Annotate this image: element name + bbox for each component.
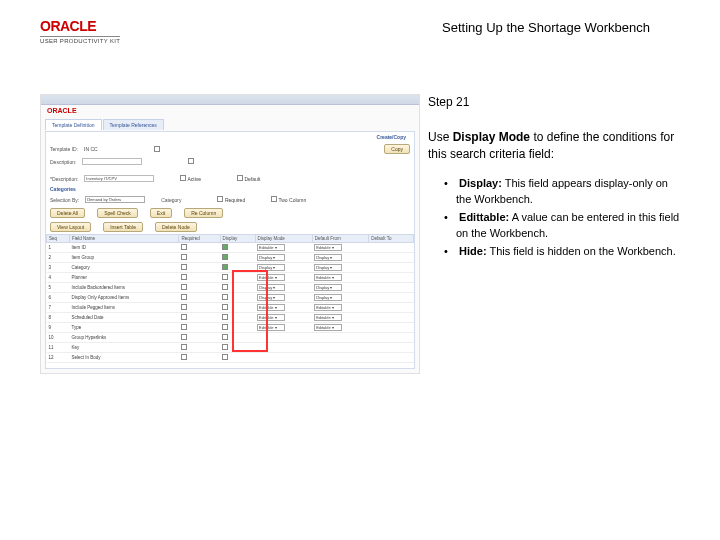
active-check[interactable]: [180, 175, 186, 181]
fields-table: SeqField NameRequiredDisplayDisplay Mode…: [46, 234, 414, 363]
required-label: Required: [225, 197, 245, 203]
col-header: Required: [179, 235, 220, 243]
check-icon[interactable]: [222, 324, 228, 330]
intro-pre: Use: [428, 130, 453, 144]
check-icon[interactable]: [222, 344, 228, 350]
col-header: Display Mode: [255, 235, 312, 243]
tab-template-definition[interactable]: Template Definition: [45, 119, 102, 130]
two-column-label: Two Column: [278, 197, 306, 203]
check-icon[interactable]: [222, 274, 228, 280]
copy-radio[interactable]: [154, 146, 160, 152]
copy-radio-2[interactable]: [188, 158, 194, 164]
check-icon[interactable]: [181, 254, 187, 260]
descr2-label: *Description:: [50, 176, 78, 182]
check-icon[interactable]: [222, 264, 228, 270]
template-id-label: Template ID:: [50, 146, 78, 152]
delete-all-button[interactable]: Delete All: [50, 208, 85, 218]
app-titlebar: [41, 95, 419, 105]
check-icon[interactable]: [222, 284, 228, 290]
mode-select[interactable]: Display ▾: [257, 254, 285, 261]
check-icon[interactable]: [181, 314, 187, 320]
mode-select[interactable]: Display ▾: [314, 294, 342, 301]
copy-button[interactable]: Copy: [384, 144, 410, 154]
check-icon[interactable]: [181, 334, 187, 340]
required-check[interactable]: [217, 196, 223, 202]
category-label: Category: [161, 197, 181, 203]
bullet-item: • Edittable: A value can be entered in t…: [434, 210, 680, 242]
tab-strip: Template Definition Template References: [45, 119, 164, 130]
insert-table-button[interactable]: Insert Table: [103, 222, 143, 232]
app-screenshot: ORACLE Template Definition Template Refe…: [40, 94, 420, 374]
create-copy-link[interactable]: Create/Copy: [373, 132, 410, 142]
default-label: Default: [245, 176, 261, 182]
bullet-item: • Hide: This field is hidden on the Work…: [434, 244, 680, 260]
intro-paragraph: Use Display Mode to define the condition…: [428, 129, 680, 163]
check-icon[interactable]: [222, 254, 228, 260]
product-text: USER PRODUCTIVITY KIT: [40, 36, 120, 44]
mode-select[interactable]: Editable ▾: [314, 304, 342, 311]
table-row: 6Display Only Approved ItemsDisplay ▾Dis…: [47, 293, 414, 303]
tab-template-references[interactable]: Template References: [103, 119, 164, 130]
mode-select[interactable]: Editable ▾: [314, 314, 342, 321]
mode-select[interactable]: Editable ▾: [314, 274, 342, 281]
selection-by-label: Selection By:: [50, 197, 79, 203]
mode-select[interactable]: Editable ▾: [257, 244, 285, 251]
col-header: Seq: [47, 235, 70, 243]
table-row: 1Item IDEditable ▾Editable ▾: [47, 243, 414, 253]
table-row: 8Scheduled DateEditable ▾Editable ▾: [47, 313, 414, 323]
app-body: Create/Copy Template ID: IN CC Copy Desc…: [45, 131, 415, 369]
mode-select[interactable]: Display ▾: [314, 264, 342, 271]
col-header: Default From: [312, 235, 369, 243]
bullet-item: • Display: This field appears display-on…: [434, 176, 680, 208]
two-column-check[interactable]: [271, 196, 277, 202]
table-row: 11Key: [47, 343, 414, 353]
selection-by-select[interactable]: Demand by Orders: [85, 196, 145, 203]
bullet-list: • Display: This field appears display-on…: [428, 176, 680, 260]
page-title: Setting Up the Shortage Workbench: [442, 18, 680, 35]
description-input[interactable]: [82, 158, 142, 165]
mode-select[interactable]: Display ▾: [314, 284, 342, 291]
descr2-input[interactable]: Inventory IT/CPV: [84, 175, 154, 182]
table-row: 9TypeEditable ▾Editable ▾: [47, 323, 414, 333]
check-icon[interactable]: [181, 274, 187, 280]
categories-section: Categories: [46, 184, 414, 194]
re-column-button[interactable]: Re Column: [184, 208, 223, 218]
check-icon[interactable]: [222, 294, 228, 300]
table-row: 5Include Backordered ItemsDisplay ▾Displ…: [47, 283, 414, 293]
check-icon[interactable]: [181, 264, 187, 270]
screenshot-wrap: ORACLE Template Definition Template Refe…: [0, 94, 420, 374]
table-row: 3CategoryDisplay ▾Display ▾: [47, 263, 414, 273]
main-content: ORACLE Template Definition Template Refe…: [0, 94, 720, 374]
col-header: Field Name: [70, 235, 179, 243]
mode-select[interactable]: Editable ▾: [314, 324, 342, 331]
check-icon[interactable]: [181, 284, 187, 290]
check-icon[interactable]: [181, 344, 187, 350]
table-row: 7Include Pegged ItemsEditable ▾Editable …: [47, 303, 414, 313]
instruction-text: Step 21 Use Display Mode to define the c…: [420, 94, 720, 374]
mode-select[interactable]: Display ▾: [314, 254, 342, 261]
check-icon[interactable]: [181, 324, 187, 330]
check-icon[interactable]: [181, 354, 187, 360]
view-layout-button[interactable]: View Layout: [50, 222, 91, 232]
brand-text: ORACLE: [40, 18, 120, 34]
check-icon[interactable]: [181, 304, 187, 310]
active-label: Active: [187, 176, 201, 182]
delete-node-button[interactable]: Delete Node: [155, 222, 197, 232]
template-id-value: IN CC: [84, 146, 98, 152]
default-check[interactable]: [237, 175, 243, 181]
check-icon[interactable]: [181, 244, 187, 250]
exit-button[interactable]: Exit: [150, 208, 172, 218]
app-logo: ORACLE: [47, 107, 77, 114]
page-header: ORACLE USER PRODUCTIVITY KIT Setting Up …: [0, 0, 720, 54]
mode-select[interactable]: Editable ▾: [314, 244, 342, 251]
check-icon[interactable]: [222, 244, 228, 250]
spell-check-button[interactable]: Spell Check: [97, 208, 138, 218]
check-icon[interactable]: [222, 304, 228, 310]
check-icon[interactable]: [222, 354, 228, 360]
check-icon[interactable]: [181, 294, 187, 300]
check-icon[interactable]: [222, 314, 228, 320]
check-icon[interactable]: [222, 334, 228, 340]
intro-bold: Display Mode: [453, 130, 530, 144]
table-row: 12Select In Body: [47, 353, 414, 363]
col-header: Default To: [369, 235, 414, 243]
